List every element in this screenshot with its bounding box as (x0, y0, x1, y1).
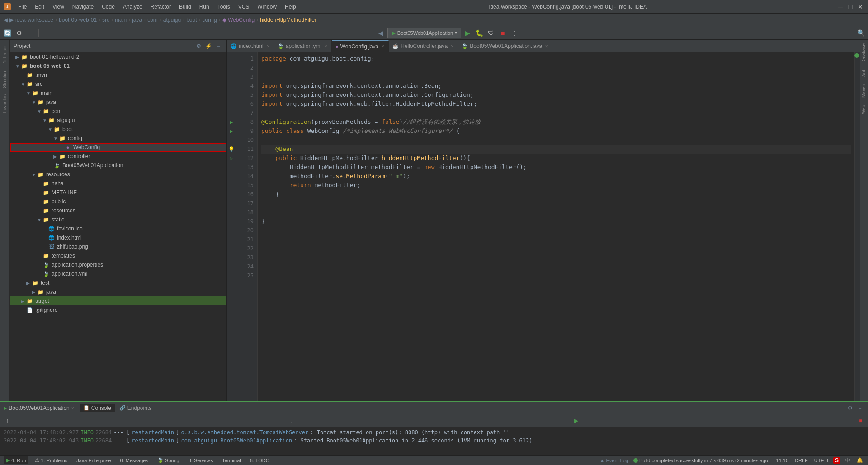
maven-tab[interactable]: Maven (860, 80, 868, 101)
tab-close-icon[interactable]: ✕ (266, 44, 270, 49)
tree-item-test-java[interactable]: ▶ 📁 java (10, 287, 226, 296)
menu-file[interactable]: File (14, 3, 30, 11)
tree-item-mvn[interactable]: 📁 .mvn (10, 70, 226, 80)
tree-item-zhifubao[interactable]: 🖼 zhifubao.png (10, 242, 226, 251)
spring-bottom-tab[interactable]: 🍃 Spring (155, 456, 182, 464)
tab-app-yml[interactable]: 🍃 application.yml ✕ (274, 40, 332, 52)
tree-item-gitignore[interactable]: 📄 .gitignore (10, 305, 226, 315)
run-bottom-tab[interactable]: ▶ 4: Run (4, 456, 28, 464)
tree-item-haha[interactable]: 📁 haha (10, 179, 226, 188)
encoding[interactable]: UTF-8 (813, 458, 830, 463)
breadcrumb-java[interactable]: java (132, 17, 142, 23)
console-scroll-down[interactable]: ↓ (286, 415, 297, 426)
menu-build[interactable]: Build (175, 3, 195, 11)
breadcrumb-atguigu[interactable]: atguigu (163, 17, 181, 23)
project-panel-settings[interactable]: ⚡ (204, 42, 213, 51)
project-panel-gear[interactable]: ⚙ (194, 42, 203, 51)
toolbar-search[interactable]: 🔍 (855, 28, 866, 38)
code-editor[interactable]: package com.atguigu.boot.config; import … (258, 52, 854, 401)
ant-tab[interactable]: Ant (860, 66, 868, 80)
tree-item-indexhtml[interactable]: 🌐 index.html (10, 233, 226, 242)
tab-webconfig-java[interactable]: ● WebConfig.java ✕ (332, 40, 389, 52)
tree-item-webconfig[interactable]: ● WebConfig (10, 143, 226, 152)
run-gutter-12[interactable]: ▷ (227, 154, 236, 163)
minimize-button[interactable]: ─ (836, 3, 844, 11)
tree-item-java[interactable]: ▼ 📁 java (10, 98, 226, 107)
input-method[interactable]: 中 (844, 457, 852, 464)
run-config-selector[interactable]: ▶ Boot05Web01Application ▾ (387, 28, 461, 38)
maximize-button[interactable]: □ (846, 3, 854, 11)
console-tab[interactable]: 📋 Console (80, 404, 115, 412)
console-rerun[interactable]: ▶ (571, 415, 582, 426)
run-button[interactable]: ▶ (462, 28, 473, 38)
tree-item-config[interactable]: ▼ 📁 config (10, 134, 226, 143)
favorites-tab-icon[interactable]: Favorites (1, 92, 8, 116)
tree-item-metainf[interactable]: 📁 META-INF (10, 188, 226, 197)
tree-item-test[interactable]: ▶ 📁 test (10, 278, 226, 287)
tree-item-favicon[interactable]: 🌐 favicon.ico (10, 224, 226, 233)
run-gutter-8[interactable]: ▶ (227, 117, 236, 127)
structure-tab-icon[interactable]: Structure (1, 67, 8, 91)
tree-item-boot-app[interactable]: 🍃 Boot05Web01Application (10, 161, 226, 170)
menu-window[interactable]: Window (254, 3, 280, 11)
stop-button[interactable]: ■ (497, 28, 508, 38)
tree-item-main[interactable]: ▼ 📁 main (10, 89, 226, 98)
toolbar-back[interactable]: ◀ (376, 28, 387, 38)
tree-item-resources[interactable]: ▼ 📁 resources (10, 170, 226, 179)
toolbar-sync[interactable]: 🔄 (2, 28, 13, 38)
project-tab-icon[interactable]: 1: Project (1, 42, 8, 66)
run-tab-close[interactable]: ✕ (71, 405, 74, 410)
menu-tools[interactable]: Tools (214, 3, 234, 11)
cursor-position[interactable]: 11:10 (775, 458, 790, 463)
toolbar-more[interactable]: ⋮ (509, 28, 520, 38)
services-bottom-tab[interactable]: 8: Services (186, 457, 216, 464)
terminal-bottom-tab[interactable]: Terminal (219, 457, 244, 464)
breadcrumb-boot[interactable]: boot (186, 17, 197, 23)
tree-item-boot[interactable]: ▼ 📁 boot (10, 125, 226, 134)
toolbar-settings[interactable]: ⚙ (14, 28, 24, 38)
tab-close-icon[interactable]: ✕ (545, 44, 548, 49)
menu-analyze[interactable]: Analyze (119, 3, 146, 11)
build-status[interactable]: Build completed successfully in 7 s 639 … (632, 458, 771, 463)
breadcrumb-main[interactable]: main (115, 17, 127, 23)
run-gutter-9[interactable]: ▶ (227, 127, 236, 136)
menu-edit[interactable]: Edit (31, 3, 48, 11)
bean-gutter-11[interactable]: 💡 (227, 145, 236, 154)
project-panel-hide[interactable]: − (214, 42, 223, 51)
breadcrumb-nav-back[interactable]: ◀ (4, 17, 8, 23)
notifications[interactable]: 🔔 (855, 457, 864, 463)
console-stop[interactable]: ■ (855, 415, 866, 426)
bottom-panel-minimize[interactable]: − (855, 404, 864, 413)
menu-help[interactable]: Help (281, 3, 300, 11)
tree-item-target[interactable]: ▶ 📁 target (10, 296, 226, 305)
tab-boot-app[interactable]: 🍃 Boot05Web01Application.java ✕ (458, 40, 552, 52)
tab-close-icon[interactable]: ✕ (381, 44, 385, 49)
tree-item-public[interactable]: 📁 public (10, 197, 226, 206)
breadcrumb-src[interactable]: src (102, 17, 109, 23)
debug-button[interactable]: 🐛 (474, 28, 485, 38)
javaenterprise-bottom-tab[interactable]: Java Enterprise (74, 457, 113, 464)
close-button[interactable]: ✕ (856, 3, 864, 11)
todo-bottom-tab[interactable]: 6: TODO (247, 457, 273, 464)
tab-index-html[interactable]: 🌐 index.html ✕ (227, 40, 274, 52)
bottom-panel-settings[interactable]: ⚙ (845, 404, 854, 413)
tree-item-com[interactable]: ▼ 📁 com (10, 107, 226, 116)
tree-item-atguigu[interactable]: ▼ 📁 atguigu (10, 116, 226, 125)
menu-view[interactable]: View (49, 3, 68, 11)
breadcrumb-method[interactable]: hiddenHttpMethodFilter (260, 17, 316, 23)
menu-navigate[interactable]: Navigate (69, 3, 97, 11)
breadcrumb-webconfig[interactable]: ◆ WebConfig (222, 17, 255, 23)
breadcrumb-config[interactable]: config (203, 17, 217, 23)
breadcrumb-nav-fwd[interactable]: ▶ (9, 17, 14, 23)
tree-item-controller[interactable]: ▶ 📁 controller (10, 152, 226, 161)
endpoints-tab[interactable]: 🔗 Endpoints (116, 404, 155, 412)
tree-item-templates[interactable]: 📁 templates (10, 251, 226, 260)
menu-refactor[interactable]: Refactor (147, 3, 175, 11)
breadcrumb-com[interactable]: com (147, 17, 158, 23)
line-ending[interactable]: CRLF (793, 458, 809, 463)
menu-code[interactable]: Code (98, 3, 118, 11)
toolbar-collapse[interactable]: − (25, 28, 36, 38)
tab-hellocontroller[interactable]: ☕ HelloController.java ✕ (389, 40, 458, 52)
event-log-link[interactable]: ▲ Event Log (599, 458, 628, 463)
database-tab[interactable]: Database (860, 40, 868, 66)
